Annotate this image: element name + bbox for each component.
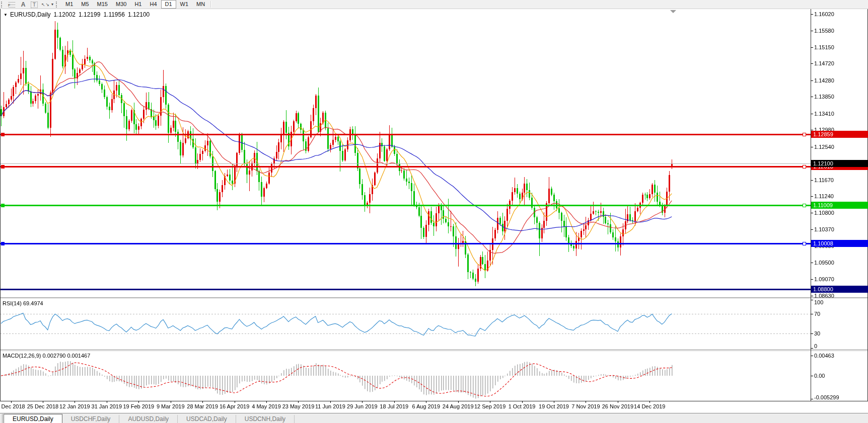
price-tag-111009: 1.11009 bbox=[811, 202, 868, 209]
title-high: 1.12199 bbox=[79, 11, 100, 18]
tab-audusd-daily[interactable]: AUDUSD,Daily bbox=[119, 415, 178, 423]
timeframe-button-h4[interactable]: H4 bbox=[146, 0, 161, 9]
timeframe-button-mn[interactable]: MN bbox=[192, 0, 209, 9]
toolbar: F A T ↖ ↘ ▾ M1M5M15M30H1H4D1W1MN bbox=[0, 0, 868, 9]
rsi-axis-tick: 100 bbox=[814, 299, 823, 305]
title-low: 1.11956 bbox=[103, 11, 125, 18]
title-dropdown-icon[interactable]: ▼ bbox=[4, 13, 8, 17]
tab-usdchf-daily[interactable]: USDCHF,Daily bbox=[62, 415, 120, 423]
timeframe-buttons: M1M5M15M30H1H4D1W1MN bbox=[61, 0, 209, 9]
y-axis-tick: 1.09500 bbox=[814, 260, 834, 266]
toolbar-grip2 bbox=[56, 2, 59, 8]
price-tag-110008: 1.10008 bbox=[811, 240, 868, 247]
price-tag-108800: 1.08800 bbox=[811, 286, 868, 293]
label-tool-icon[interactable]: T bbox=[30, 1, 39, 8]
y-axis-tick: 1.13850 bbox=[814, 94, 834, 100]
title-close: 1.12100 bbox=[128, 11, 150, 18]
macd-axis-tick: 0.00463 bbox=[814, 353, 834, 359]
arrows-tool-icon[interactable]: ↖ ↘ bbox=[41, 1, 50, 8]
rsi-axis-tick: 70 bbox=[814, 311, 820, 317]
timeframe-button-w1[interactable]: W1 bbox=[176, 0, 193, 9]
y-axis-tick: 1.09070 bbox=[814, 276, 834, 282]
arrows-dropdown-caret[interactable]: ▾ bbox=[51, 2, 53, 7]
y-axis-tick: 1.10800 bbox=[814, 210, 834, 216]
tabbar-edge bbox=[0, 414, 3, 423]
arrow-nw-icon: ↖ bbox=[41, 1, 45, 8]
timeframe-button-m1[interactable]: M1 bbox=[61, 0, 77, 9]
macd-axis-tick: 0.00 bbox=[814, 373, 825, 379]
rsi-value: 69.4974 bbox=[23, 300, 43, 306]
timeframe-button-m15[interactable]: M15 bbox=[93, 0, 112, 9]
y-axis-tick: 1.08630 bbox=[814, 293, 834, 299]
fibo-tool-icon[interactable]: F bbox=[8, 1, 17, 8]
rsi-axis-tick: 0 bbox=[814, 343, 817, 349]
macd-axis-tick: -0.005299 bbox=[814, 394, 839, 400]
rsi-axis-tick: 30 bbox=[814, 330, 820, 336]
chart-tab-bar: EURUSD,DailyUSDCHF,DailyAUDUSD,DailyUSDC… bbox=[0, 413, 868, 423]
y-axis-tick: 1.14720 bbox=[814, 60, 834, 66]
rsi-label: RSI(14) bbox=[3, 300, 22, 306]
text-tool-icon[interactable]: A bbox=[19, 1, 28, 8]
macd-value-signal: 0.001467 bbox=[67, 353, 90, 359]
toolbar-grip bbox=[1, 2, 5, 8]
y-axis-tick: 1.11240 bbox=[814, 193, 834, 199]
macd-label: MACD(12,26,9) bbox=[3, 353, 41, 359]
y-axis-tick: 1.11670 bbox=[814, 177, 834, 183]
tab-eurusd-daily[interactable]: EURUSD,Daily bbox=[4, 414, 62, 423]
arrow-se-icon: ↘ bbox=[45, 1, 49, 8]
title-open: 1.12002 bbox=[54, 11, 76, 18]
y-axis-tick: 1.15580 bbox=[814, 28, 834, 34]
y-axis-tick: 1.16020 bbox=[814, 11, 834, 17]
chart-overlays: ▼EURUSD,Daily1.120021.121991.119561.1210… bbox=[0, 0, 868, 423]
toolbar-separator bbox=[210, 1, 211, 8]
terminal-window: F A T ↖ ↘ ▾ M1M5M15M30H1H4D1W1MN ▼EURUSD… bbox=[0, 0, 868, 423]
x-axis-date: 14 Dec 2019 bbox=[627, 403, 672, 409]
title-symbol: EURUSD,Daily bbox=[10, 11, 51, 18]
rsi-caption: RSI(14) 69.4974 bbox=[3, 300, 43, 306]
y-axis-tick: 1.14280 bbox=[814, 77, 834, 83]
tab-usdcnh-daily[interactable]: USDCNH,Daily bbox=[236, 415, 295, 423]
price-tag-112100: 1.12100 bbox=[811, 160, 868, 167]
price-tag-112859: 1.12859 bbox=[811, 131, 868, 138]
fibo-letter: F bbox=[8, 2, 10, 9]
tab-usdcad-daily[interactable]: USDCAD,Daily bbox=[178, 415, 236, 423]
y-axis-tick: 1.15150 bbox=[814, 44, 834, 50]
timeframe-button-m30[interactable]: M30 bbox=[112, 0, 130, 9]
chart-title: ▼EURUSD,Daily1.120021.121991.119561.1210… bbox=[4, 11, 150, 18]
macd-value-main: 0.002790 bbox=[42, 353, 65, 359]
y-axis-tick: 1.10370 bbox=[814, 226, 834, 232]
timeframe-button-d1[interactable]: D1 bbox=[161, 0, 176, 9]
y-axis-tick: 1.12540 bbox=[814, 144, 834, 150]
macd-caption: MACD(12,26,9) 0.002790 0.001467 bbox=[3, 353, 90, 359]
timeframe-button-m5[interactable]: M5 bbox=[77, 0, 93, 9]
timeframe-button-h1[interactable]: H1 bbox=[130, 0, 146, 9]
y-axis-tick: 1.13410 bbox=[814, 111, 834, 117]
